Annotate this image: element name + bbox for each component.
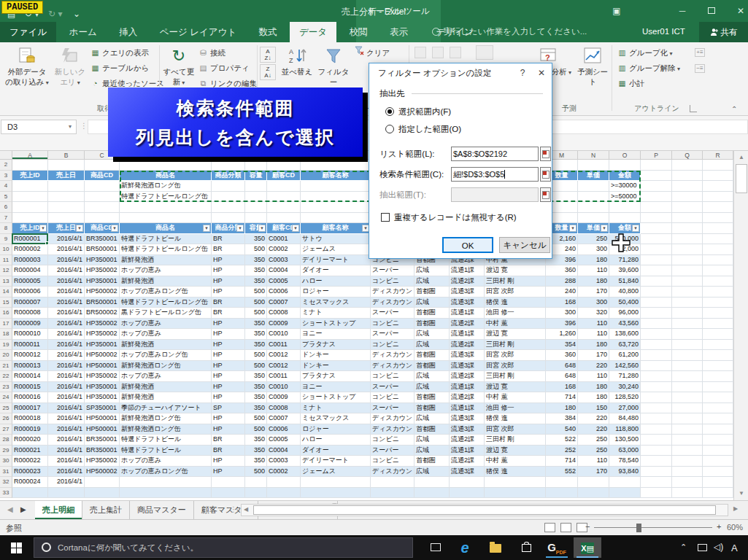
cell-N28[interactable]: 250 [578,435,609,446]
cell-C10[interactable]: BR500001 [85,244,120,255]
cell-Q12[interactable] [672,265,703,276]
cell-I14[interactable]: ディスカウント [371,287,415,298]
cell-O21[interactable]: 142,560 [609,361,641,372]
cell-E12[interactable]: HP [212,265,245,276]
filter-dropdown-icon[interactable]: ▼ [236,225,244,232]
cell-L33[interactable] [485,488,546,499]
filter-dropdown-icon[interactable]: ▼ [76,225,83,232]
cell-J14[interactable]: 首都圏 [415,287,450,298]
row-header-28[interactable]: 28 [0,435,12,446]
cell-M33[interactable] [546,488,578,499]
sheet-nav-right-icon[interactable]: ▶ [20,505,26,513]
cell-Q18[interactable] [672,329,703,340]
cell-I13[interactable]: コンビニ [371,276,415,287]
cell-R32[interactable] [703,477,733,488]
cell-I29[interactable]: スーパー [371,446,415,456]
cell-A2[interactable] [12,160,48,171]
cell-B20[interactable]: 2016/4/1 [48,350,85,361]
cell-O7[interactable] [609,213,641,224]
cell-M28[interactable]: 522 [546,435,578,446]
cell-G15[interactable]: C0007 [267,298,301,308]
cell-B9[interactable]: 2016/4/1 [48,234,85,245]
cell-M20[interactable]: 360 [546,350,578,361]
cell-B3[interactable]: 売上日 [48,171,85,182]
zoom-slider[interactable] [594,527,712,528]
cell-D8[interactable]: 商品名▼ [120,223,212,234]
cell-O15[interactable]: 50,400 [609,298,641,308]
cell-L13[interactable]: 三田村 剛 [485,276,546,287]
cell-P7[interactable] [641,213,672,224]
cell-R30[interactable] [703,456,733,467]
cell-P27[interactable] [641,424,672,435]
cell-F19[interactable]: 350 [245,340,267,351]
cell-E14[interactable]: HP [212,287,245,298]
row-header-17[interactable]: 17 [0,319,12,330]
cell-P3[interactable] [641,171,672,182]
zoom-level[interactable]: 60% [727,523,743,532]
cell-I31[interactable]: ディスカウント [371,467,415,478]
cell-F14[interactable]: 500 [245,287,267,298]
cell-R15[interactable] [703,298,733,308]
cell-D23[interactable]: 新鮮発泡酒 [120,382,212,393]
cell-Q33[interactable] [672,488,703,499]
list-range-picker-icon[interactable] [540,147,551,161]
cell-M29[interactable]: 252 [546,446,578,456]
cell-J20[interactable]: 首都圏 [415,350,450,361]
cell-L32[interactable] [485,477,546,488]
cell-D7[interactable] [120,213,212,224]
cell-E7[interactable] [212,213,245,224]
cell-O22[interactable]: 71,280 [609,371,641,382]
cell-O12[interactable]: 39,600 [609,265,641,276]
name-box[interactable]: D3▾ [1,120,77,134]
select-all-corner[interactable] [0,151,12,160]
cell-H21[interactable]: ドンキー [301,361,371,372]
cell-N23[interactable]: 180 [578,382,609,393]
cell-E21[interactable]: HP [212,361,245,372]
cell-C3[interactable]: 商品CD [85,171,120,182]
cell-O17[interactable]: 43,560 [609,319,641,330]
cell-M16[interactable]: 300 [546,308,578,319]
properties-button[interactable]: ▤プロパティ [198,61,257,76]
cell-A12[interactable]: R000004 [12,265,48,276]
cell-G16[interactable]: C0008 [267,308,301,319]
copy-to-picker-icon[interactable] [540,187,551,202]
cell-M21[interactable]: 648 [546,361,578,372]
cell-Q14[interactable] [672,287,703,298]
row-header-29[interactable]: 29 [0,446,12,456]
cell-Q3[interactable] [672,171,703,182]
cell-A27[interactable]: R000019 [12,424,48,435]
pdf-app-button[interactable]: GPDF [543,537,571,558]
cell-P23[interactable] [641,382,672,393]
cell-F20[interactable]: 500 [245,350,267,361]
sort-asc-button[interactable]: AZ↓ ZA↓ [260,47,276,80]
cell-K13[interactable]: 流通2課 [450,276,485,287]
cell-D22[interactable]: ホップの恵み [120,371,212,382]
remove-duplicates-icon[interactable] [450,47,461,58]
cell-P6[interactable] [641,202,672,213]
cell-G33[interactable] [267,488,301,499]
tab-file[interactable]: ファイル [0,22,56,42]
cell-J21[interactable]: 首都圏 [415,361,450,372]
cell-E23[interactable]: HP [212,382,245,393]
cell-H27[interactable]: ロジャー [301,424,371,435]
cell-C18[interactable]: HP350002 [85,329,120,340]
cell-E13[interactable]: HP [212,276,245,287]
cell-E11[interactable]: HP [212,255,245,266]
cell-F23[interactable]: 350 [245,382,267,393]
cell-Q9[interactable] [672,234,703,245]
cell-E22[interactable]: HP [212,371,245,382]
cell-F33[interactable] [245,488,267,499]
cell-J22[interactable]: 広域 [415,371,450,382]
cell-K28[interactable]: 流通2課 [450,435,485,446]
row-header-21[interactable]: 21 [0,361,12,372]
text-to-columns-icon[interactable] [415,47,426,58]
cell-B30[interactable]: 2016/4/1 [48,456,85,467]
cell-P15[interactable] [641,298,672,308]
cell-R33[interactable] [703,488,733,499]
tab-home[interactable]: ホーム [60,22,107,42]
cell-K12[interactable]: 流通1課 [450,265,485,276]
cell-I19[interactable]: コンビニ [371,340,415,351]
cell-C31[interactable]: HP500002 [85,467,120,478]
cell-D28[interactable]: 特選ドラフトビール [120,435,212,446]
cell-G25[interactable]: C0008 [267,403,301,414]
